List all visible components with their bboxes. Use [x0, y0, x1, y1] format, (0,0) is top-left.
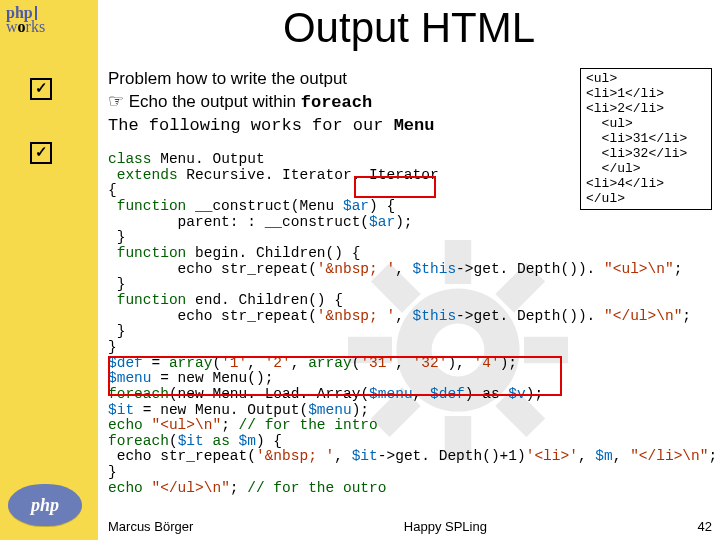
highlight-box-2: [108, 356, 562, 396]
code-block: class Menu. Output extends Recursive. It…: [108, 152, 717, 496]
line1: Problem how to write the output: [108, 69, 347, 88]
pointer-icon: ☞: [108, 91, 124, 111]
highlight-box-1: [354, 176, 436, 198]
line2-mono: foreach: [301, 93, 372, 112]
slide-title: Output HTML: [98, 4, 720, 52]
slide: php works php: [0, 0, 720, 540]
footer-subject: Happy SPLing: [404, 519, 487, 534]
bullet-list: [30, 78, 52, 206]
php-elephant-icon: php: [8, 484, 82, 526]
checkbox-bullet-icon: [30, 142, 52, 164]
line3-mono: Menu: [394, 116, 435, 135]
logo-php-elephant: php: [8, 484, 92, 526]
footer: Marcus Börger Happy SPLing 42: [108, 519, 712, 534]
line3a: The following works for our: [108, 116, 394, 135]
logo-phpworks: php works: [6, 4, 92, 36]
sidebar: php works php: [0, 0, 98, 540]
checkbox-bullet-icon: [30, 78, 52, 100]
line2: Echo the output within: [124, 92, 301, 111]
footer-page: 42: [698, 519, 712, 534]
footer-author: Marcus Börger: [108, 519, 193, 534]
main-content: Output HTML Problem how to write the out…: [98, 0, 720, 540]
logo-works: works: [6, 18, 92, 36]
